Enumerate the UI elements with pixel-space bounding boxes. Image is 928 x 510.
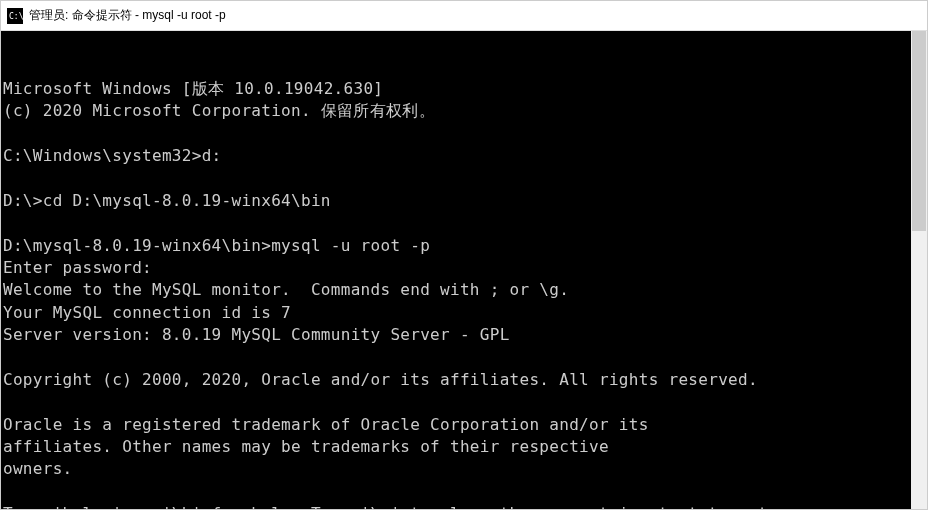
terminal-area[interactable]: Microsoft Windows [版本 10.0.19042.630] (c…	[1, 31, 927, 509]
terminal-output: Microsoft Windows [版本 10.0.19042.630] (c…	[3, 78, 927, 509]
window-title: 管理员: 命令提示符 - mysql -u root -p	[29, 7, 226, 24]
svg-text:C:\: C:\	[9, 12, 23, 21]
scrollbar-thumb[interactable]	[912, 31, 926, 231]
titlebar[interactable]: C:\ 管理员: 命令提示符 - mysql -u root -p	[1, 1, 927, 31]
terminal-window: C:\ 管理员: 命令提示符 - mysql -u root -p Micros…	[0, 0, 928, 510]
cmd-icon: C:\	[7, 8, 23, 24]
scrollbar[interactable]	[911, 31, 927, 509]
